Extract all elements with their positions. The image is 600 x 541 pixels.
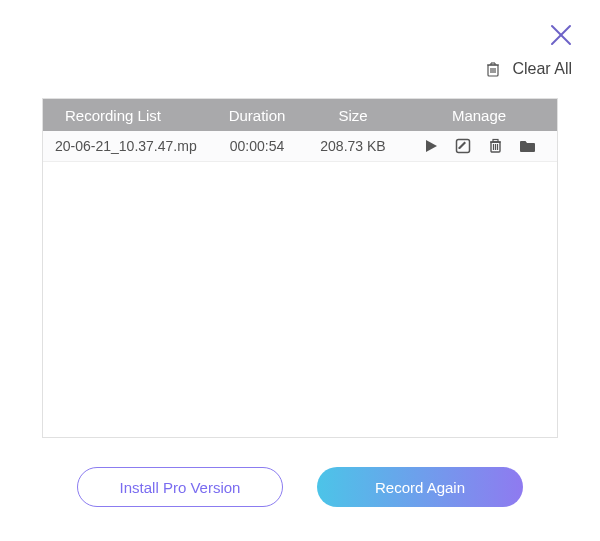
play-button[interactable] [422,137,440,155]
delete-button[interactable] [486,137,504,155]
folder-icon [519,139,536,153]
recording-list-dialog: Clear All Recording List Duration Size M… [0,0,600,541]
close-icon [550,24,572,46]
table-header: Recording List Duration Size Manage [43,99,557,131]
record-again-button[interactable]: Record Again [317,467,523,507]
close-button[interactable] [550,24,572,46]
col-size: Size [305,107,401,124]
cell-manage [401,137,557,155]
col-duration: Duration [209,107,305,124]
clear-all-button[interactable]: Clear All [484,60,572,78]
cell-size: 208.73 KB [305,138,401,154]
cell-duration: 00:00:54 [209,138,305,154]
install-pro-button[interactable]: Install Pro Version [77,467,283,507]
trash-icon [488,138,503,154]
open-folder-button[interactable] [518,137,536,155]
col-recording-list: Recording List [43,107,209,124]
svg-rect-17 [493,140,498,143]
table-row: 20-06-21_10.37.47.mp 00:00:54 208.73 KB [43,131,557,162]
clear-all-label: Clear All [512,60,572,78]
col-manage: Manage [401,107,557,124]
install-pro-label: Install Pro Version [120,479,241,496]
recording-table: Recording List Duration Size Manage 20-0… [42,98,558,438]
svg-marker-10 [426,140,437,152]
play-icon [424,139,438,153]
edit-icon [455,138,471,154]
record-again-label: Record Again [375,479,465,496]
cell-name: 20-06-21_10.37.47.mp [43,138,209,154]
trash-icon [484,60,502,78]
footer-buttons: Install Pro Version Record Again [0,467,600,507]
edit-button[interactable] [454,137,472,155]
